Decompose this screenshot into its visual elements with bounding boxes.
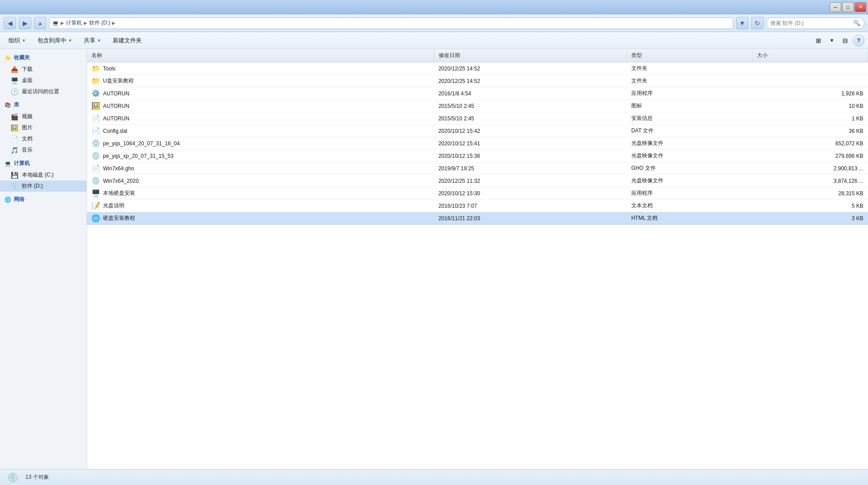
file-icon: 🌐 xyxy=(91,214,100,222)
file-icon: 💿 xyxy=(91,139,100,148)
file-name: Config.dat xyxy=(103,128,128,134)
file-size: 10 KB xyxy=(752,100,868,112)
recent-label: 最近访问的位置 xyxy=(22,88,59,95)
table-row[interactable]: 🖥️ 本地硬盘安装 2020/10/12 15:30 应用程序 28,315 K… xyxy=(87,187,868,200)
file-icon: 💿 xyxy=(91,177,100,185)
file-name-cell: 💿 Win7x64_2020 xyxy=(87,175,434,187)
file-type: 安装信息 xyxy=(627,112,752,125)
file-type: HTML 文档 xyxy=(627,212,752,225)
table-row[interactable]: 📄 AUTORUN 2015/5/10 2:45 安装信息 1 KB xyxy=(87,112,868,125)
file-name-cell: 📄 Win7x64.gho xyxy=(87,162,434,175)
table-row[interactable]: 📁 U盘安装教程 2020/12/25 14:52 文件夹 xyxy=(87,75,868,87)
table-row[interactable]: 📄 Win7x64.gho 2019/9/7 19:25 GHO 文件 2,90… xyxy=(87,162,868,175)
sidebar-item-pictures[interactable]: 🖼️ 图片 xyxy=(0,122,86,133)
share-button[interactable]: 共享 ▼ xyxy=(79,34,106,47)
file-name-cell: 🖼️ AUTORUN xyxy=(87,100,434,112)
sidebar-item-recent[interactable]: 🕐 最近访问的位置 xyxy=(0,86,86,97)
add-to-lib-label: 包含到库中 xyxy=(37,37,66,45)
file-size: 1,926 KB xyxy=(752,87,868,100)
favorites-header[interactable]: ⭐ 收藏夹 xyxy=(0,52,86,64)
main-layout: ⭐ 收藏夹 📥 下载 🖥️ 桌面 🕐 最近访问的位置 📚 库 xyxy=(0,49,868,469)
table-row[interactable]: 💿 pe_yqs_1064_20_07_31_16_04 2020/10/12 … xyxy=(87,137,868,150)
file-name: Tools xyxy=(103,66,115,72)
sidebar-item-video[interactable]: 🎬 视频 xyxy=(0,111,86,122)
view-arrow-button[interactable]: ▼ xyxy=(826,35,838,46)
search-input[interactable] xyxy=(770,20,852,26)
file-name-cell: 📁 Tools xyxy=(87,62,434,75)
view-toggle-button[interactable]: ⊞ xyxy=(813,35,824,46)
file-name-cell: ⚙️ AUTORUN xyxy=(87,87,434,100)
address-bar: ◀ ▶ ▲ 💻 ▶ 计算机 ▶ 软件 (D:) ▶ ▼ ↻ 🔍 xyxy=(0,14,868,32)
file-icon: 📝 xyxy=(91,201,100,210)
file-name: U盘安装教程 xyxy=(103,77,134,85)
recent-icon: 🕐 xyxy=(11,88,18,95)
file-name-cell: 💿 pe_yqs_xp_20_07_31_15_53 xyxy=(87,150,434,162)
table-row[interactable]: 🖼️ AUTORUN 2015/5/10 2:45 图标 10 KB xyxy=(87,100,868,112)
computer-label: 计算机 xyxy=(14,160,30,167)
col-header-modified[interactable]: 修改日期 xyxy=(434,49,626,62)
sidebar-item-c-drive[interactable]: 💾 本地磁盘 (C:) xyxy=(0,169,86,181)
organize-button[interactable]: 组织 ▼ xyxy=(4,34,31,47)
path-drive[interactable]: 软件 (D:) xyxy=(89,19,110,27)
status-text: 13 个对象 xyxy=(25,473,49,481)
preview-pane-button[interactable]: ⊟ xyxy=(839,35,851,46)
forward-button[interactable]: ▶ xyxy=(19,17,31,29)
add-to-lib-button[interactable]: 包含到库中 ▼ xyxy=(33,34,77,47)
address-path[interactable]: 💻 ▶ 计算机 ▶ 软件 (D:) ▶ xyxy=(49,17,733,29)
file-name-cell: 🌐 硬盘安装教程 xyxy=(87,212,434,225)
network-icon: 🌐 xyxy=(4,197,11,203)
sidebar-item-music[interactable]: 🎵 音乐 xyxy=(0,144,86,156)
new-folder-button[interactable]: 新建文件夹 xyxy=(108,34,147,47)
table-row[interactable]: ⚙️ AUTORUN 2016/1/8 4:54 应用程序 1,926 KB xyxy=(87,87,868,100)
downloads-icon: 📥 xyxy=(11,66,18,73)
sidebar-item-docs[interactable]: 📄 文档 xyxy=(0,133,86,144)
table-row[interactable]: 📄 Config.dat 2020/10/12 15:42 DAT 文件 36 … xyxy=(87,125,868,137)
file-modified: 2020/10/12 15:42 xyxy=(434,125,626,137)
file-modified: 2020/10/12 15:30 xyxy=(434,187,626,200)
col-header-size[interactable]: 大小 xyxy=(752,49,868,62)
file-modified: 2016/1/8 4:54 xyxy=(434,87,626,100)
help-button[interactable]: ? xyxy=(853,35,864,46)
file-size: 3,874,126 ... xyxy=(752,175,868,187)
refresh-button[interactable]: ▼ xyxy=(736,17,749,29)
table-row[interactable]: 💿 pe_yqs_xp_20_07_31_15_53 2020/10/12 15… xyxy=(87,150,868,162)
up-button[interactable]: ▲ xyxy=(34,17,46,29)
favorites-section: ⭐ 收藏夹 📥 下载 🖥️ 桌面 🕐 最近访问的位置 xyxy=(0,52,86,97)
toolbar-right: ⊞ ▼ ⊟ ? xyxy=(813,35,864,46)
close-button[interactable]: ✕ xyxy=(855,2,866,12)
file-size: 5 KB xyxy=(752,200,868,212)
computer-header[interactable]: 💻 计算机 xyxy=(0,157,86,169)
sidebar-item-downloads[interactable]: 📥 下载 xyxy=(0,64,86,75)
back-button[interactable]: ◀ xyxy=(4,17,16,29)
file-name-cell: 📄 Config.dat xyxy=(87,125,434,137)
file-icon: 📁 xyxy=(91,77,100,85)
file-modified: 2020/12/25 14:52 xyxy=(434,75,626,87)
docs-label: 文档 xyxy=(22,135,33,143)
col-header-type[interactable]: 类型 xyxy=(627,49,752,62)
refresh-page-button[interactable]: ↻ xyxy=(751,17,764,29)
sidebar: ⭐ 收藏夹 📥 下载 🖥️ 桌面 🕐 最近访问的位置 📚 库 xyxy=(0,49,87,469)
status-bar: 💿 13 个对象 xyxy=(0,469,868,485)
library-header[interactable]: 📚 库 xyxy=(0,99,86,111)
file-type: 文件夹 xyxy=(627,75,752,87)
path-icon: 💻 xyxy=(52,20,59,26)
toolbar: 组织 ▼ 包含到库中 ▼ 共享 ▼ 新建文件夹 ⊞ ▼ ⊟ ? xyxy=(0,32,868,49)
table-row[interactable]: 🌐 硬盘安装教程 2016/11/21 22:03 HTML 文档 3 KB xyxy=(87,212,868,225)
col-header-name[interactable]: 名称 xyxy=(87,49,434,62)
path-computer[interactable]: 计算机 xyxy=(66,19,82,27)
table-row[interactable]: 📁 Tools 2020/12/25 14:52 文件夹 xyxy=(87,62,868,75)
network-section: 🌐 网络 xyxy=(0,193,86,206)
sidebar-item-d-drive[interactable]: 💿 软件 (D:) xyxy=(0,181,86,192)
file-size xyxy=(752,62,868,75)
minimize-button[interactable]: ─ xyxy=(830,2,841,12)
table-row[interactable]: 📝 光盘说明 2016/10/23 7:07 文本文档 5 KB xyxy=(87,200,868,212)
file-name: 光盘说明 xyxy=(103,202,124,210)
network-header[interactable]: 🌐 网络 xyxy=(0,193,86,206)
table-row[interactable]: 💿 Win7x64_2020 2020/12/25 11:32 光盘映像文件 3… xyxy=(87,175,868,187)
maximize-button[interactable]: □ xyxy=(842,2,854,12)
status-icon: 💿 xyxy=(7,472,18,483)
file-type: 文件夹 xyxy=(627,62,752,75)
file-name: AUTORUN xyxy=(103,90,129,97)
search-box: 🔍 xyxy=(766,17,864,29)
sidebar-item-desktop[interactable]: 🖥️ 桌面 xyxy=(0,75,86,86)
